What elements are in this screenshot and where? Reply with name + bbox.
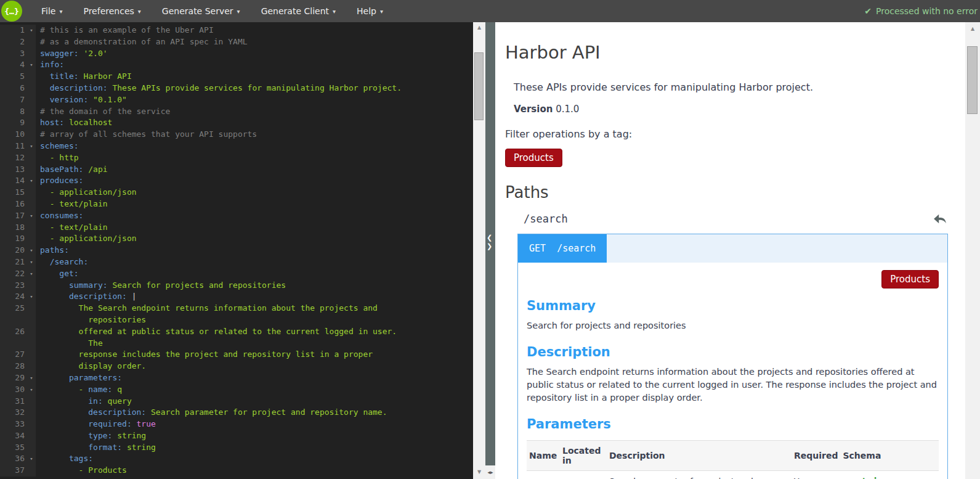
path-row[interactable]: /search <box>524 213 947 225</box>
line-number: 23 <box>0 280 27 292</box>
fold-caret-icon[interactable]: ▾ <box>27 384 36 396</box>
code-text: required: true <box>36 419 156 430</box>
editor-line[interactable]: 28 display order. <box>0 361 473 372</box>
editor-line[interactable]: 4▾info: <box>0 59 473 71</box>
fold-caret-icon[interactable]: ▾ <box>27 59 36 71</box>
fold-caret-icon[interactable]: ▾ <box>27 453 36 465</box>
editor-line[interactable]: 12 - http <box>0 152 473 164</box>
chevron-down-icon: ▾ <box>237 8 240 15</box>
fold-caret-icon[interactable]: ▾ <box>27 210 36 222</box>
yaml-editor[interactable]: 1▾# this is an example of the Uber API2#… <box>0 22 473 479</box>
editor-line[interactable]: 32 description: Search parameter for pro… <box>0 407 473 419</box>
scroll-up-icon[interactable]: ▲ <box>473 23 485 32</box>
editor-line[interactable]: 34 type: string <box>0 430 473 442</box>
scroll-down-icon[interactable]: ▼ <box>473 468 485 477</box>
operation-method-tab[interactable]: GET /search <box>518 234 607 263</box>
parameters-table-header: NameLocated inDescriptionRequiredSchema <box>527 441 939 471</box>
editor-line[interactable]: 25 The Search endpoint returns informati… <box>0 303 473 314</box>
editor-line[interactable]: 19 - application/json <box>0 233 473 245</box>
code-text: in: query <box>36 396 132 407</box>
editor-line[interactable]: 16 - text/plain <box>0 199 473 210</box>
menu-generate-server[interactable]: Generate Server▾ <box>152 0 251 22</box>
menu-preferences[interactable]: Preferences▾ <box>73 0 151 22</box>
editor-line[interactable]: 24▾ description: | <box>0 291 473 303</box>
paths-heading: Paths <box>505 183 965 202</box>
editor-line[interactable]: 6 description: These APIs provide servic… <box>0 83 473 94</box>
pane-splitter[interactable]: ❮ ❯ <box>485 22 495 465</box>
operation-tag-button[interactable]: Products <box>881 270 939 289</box>
fold-caret-placeholder <box>27 94 36 106</box>
editor-line[interactable]: 36▾ tags: <box>0 453 473 465</box>
fold-caret-icon[interactable]: ▾ <box>27 141 36 152</box>
editor-line[interactable]: 21▾ /search: <box>0 256 473 268</box>
line-number: 28 <box>0 361 27 372</box>
code-text: - text/plain <box>36 222 108 234</box>
collapse-left-icon[interactable]: ❮ <box>487 234 492 242</box>
collapse-right-icon[interactable]: ❯ <box>487 243 492 250</box>
editor-line[interactable]: 11▾schemes: <box>0 141 473 152</box>
line-number: 33 <box>0 419 27 430</box>
filter-label: Filter operations by a tag: <box>505 128 965 140</box>
editor-line[interactable]: 31 in: query <box>0 396 473 407</box>
docs-scrollbar[interactable]: ▲ <box>965 22 980 479</box>
line-number: 16 <box>0 199 27 210</box>
editor-line[interactable]: 37 - Products <box>0 465 473 477</box>
docs-panel: Harbor API These APIs provide services f… <box>495 22 965 479</box>
fold-caret-icon[interactable]: ▾ <box>27 175 36 187</box>
line-number: 6 <box>0 83 27 94</box>
reply-arrow-icon[interactable] <box>933 213 947 224</box>
fold-caret-placeholder <box>27 430 36 442</box>
editor-line[interactable]: 7 version: "0.1.0" <box>0 94 473 106</box>
horizontal-resize-icon[interactable]: ◂▸ <box>485 465 495 479</box>
line-number: 24 <box>0 291 27 303</box>
menu-generate-client[interactable]: Generate Client▾ <box>251 0 346 22</box>
editor-line[interactable]: 29▾ parameters: <box>0 372 473 384</box>
editor-line[interactable]: 3swagger: '2.0' <box>0 48 473 60</box>
fold-caret-icon[interactable]: ▾ <box>27 372 36 384</box>
editor-line[interactable]: 14▾produces: <box>0 175 473 187</box>
summary-text: Search for projects and repositories <box>527 319 939 332</box>
scroll-up-icon[interactable]: ▲ <box>965 25 980 33</box>
editor-line[interactable]: 33 required: true <box>0 419 473 430</box>
editor-line[interactable]: 35 format: string <box>0 442 473 454</box>
param-col-header: Description <box>607 441 792 471</box>
schema-type: string <box>850 477 889 479</box>
code-text: description: | <box>36 291 137 303</box>
fold-caret-placeholder <box>27 338 36 350</box>
fold-caret-icon[interactable]: ▾ <box>27 256 36 268</box>
editor-line[interactable]: 1▾# this is an example of the Uber API <box>0 25 473 36</box>
editor-line[interactable]: 20▾paths: <box>0 245 473 256</box>
editor-line[interactable]: 2# as a demonstration of an API spec in … <box>0 36 473 48</box>
editor-line[interactable]: 27 response includes the project and rep… <box>0 349 473 361</box>
fold-caret-icon[interactable]: ▾ <box>27 245 36 256</box>
tag-filter-button[interactable]: Products <box>505 149 562 167</box>
editor-line[interactable]: 26 offered at public status or related t… <box>0 326 473 338</box>
editor-line[interactable]: 30▾ - name: q <box>0 384 473 396</box>
editor-line[interactable]: 9host: localhost <box>0 117 473 129</box>
editor-line[interactable]: 5 title: Harbor API <box>0 71 473 83</box>
editor-line[interactable]: The <box>0 338 473 350</box>
fold-caret-icon[interactable]: ▾ <box>27 268 36 280</box>
editor-line[interactable]: 22▾ get: <box>0 268 473 280</box>
operation-path: /search <box>557 243 596 254</box>
editor-line[interactable]: 13basePath: /api <box>0 164 473 176</box>
editor-scrollbar[interactable]: ▲ ▼ <box>473 22 485 479</box>
code-text: # as a demonstration of an API spec in Y… <box>36 36 248 48</box>
editor-line[interactable]: 10# array of all schemes that your API s… <box>0 129 473 141</box>
menu-help[interactable]: Help▾ <box>346 0 394 22</box>
editor-line[interactable]: repositories <box>0 314 473 326</box>
fold-caret-placeholder <box>27 326 36 338</box>
docs-scrollbar-thumb[interactable] <box>967 46 978 114</box>
fold-caret-icon[interactable]: ▾ <box>27 291 36 303</box>
editor-scrollbar-thumb[interactable] <box>474 52 484 120</box>
editor-line[interactable]: 17▾consumes: <box>0 210 473 222</box>
editor-line[interactable]: 18 - text/plain <box>0 222 473 234</box>
fold-caret-icon[interactable]: ▾ <box>27 25 36 36</box>
editor-line[interactable]: 23 summary: Search for projects and repo… <box>0 280 473 292</box>
operation-header[interactable]: GET /search <box>518 234 947 263</box>
menu-file[interactable]: File▾ <box>31 0 73 22</box>
editor-line[interactable]: 8# the domain of the service <box>0 106 473 118</box>
code-text: response includes the project and reposi… <box>36 349 373 361</box>
path-name[interactable]: /search <box>524 213 568 225</box>
editor-line[interactable]: 15 - application/json <box>0 187 473 199</box>
